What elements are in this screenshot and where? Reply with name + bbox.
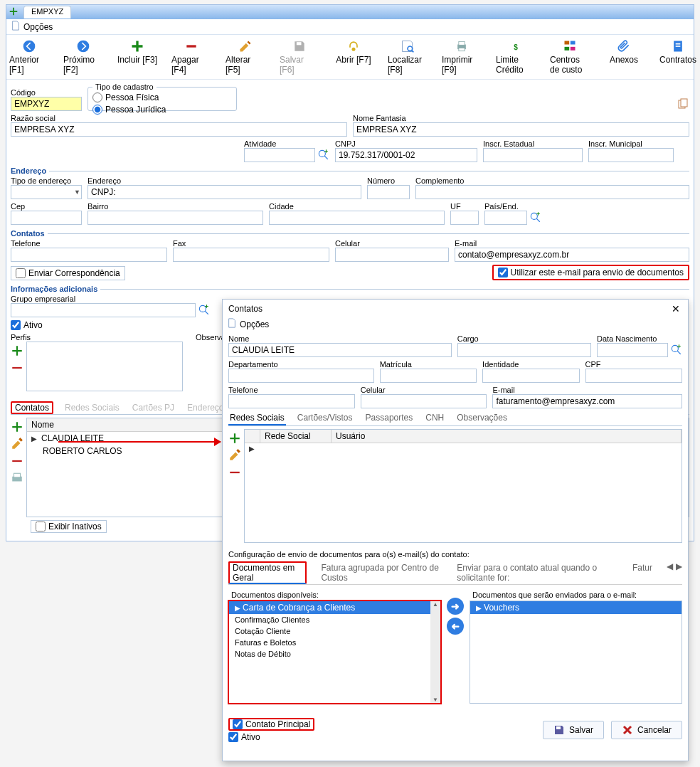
- exibir-inativos-checkbox[interactable]: [36, 522, 46, 531]
- cel-input[interactable]: [335, 248, 449, 262]
- inscr-est-input[interactable]: [483, 148, 583, 162]
- perfis-remove-icon[interactable]: [11, 361, 23, 374]
- toolbar-centros[interactable]: Centros de custo: [550, 39, 590, 75]
- cidade-input[interactable]: [269, 211, 445, 225]
- modal-matricula-input[interactable]: [380, 369, 477, 383]
- modal-tab-redes[interactable]: Redes Sociais: [228, 411, 286, 425]
- toolbar-incluir[interactable]: Incluir [F3]: [117, 39, 157, 75]
- perfis-add-icon[interactable]: [11, 344, 23, 357]
- cep-input[interactable]: [11, 211, 82, 225]
- modal-tab-cnh[interactable]: CNH: [424, 411, 445, 425]
- contact-edit-icon[interactable]: [11, 438, 23, 450]
- modal-datanasc-picker-icon[interactable]: [669, 343, 682, 357]
- pais-input[interactable]: [484, 211, 527, 225]
- modal-identidade-input[interactable]: [482, 369, 579, 383]
- codigo-input[interactable]: [11, 97, 82, 111]
- redes-remove-icon[interactable]: [228, 466, 241, 479]
- grupo-picker-icon[interactable]: [197, 303, 210, 317]
- tel-input[interactable]: [11, 248, 167, 262]
- modal-datanasc-input[interactable]: [597, 343, 668, 357]
- col-usuario[interactable]: Usuário: [332, 430, 682, 443]
- razao-input[interactable]: [11, 122, 347, 137]
- modal-depto-input[interactable]: [228, 369, 374, 383]
- ativo-main-checkbox[interactable]: [11, 320, 21, 330]
- cancelar-button[interactable]: Cancelar: [611, 721, 682, 739]
- toolbar-alterar[interactable]: Alterar [F5]: [226, 39, 265, 75]
- list-item[interactable]: ▶ Vouchers: [470, 601, 682, 614]
- inscr-mun-input[interactable]: [588, 148, 674, 162]
- move-left-button[interactable]: ➜: [447, 618, 464, 635]
- modal-tab-passaportes[interactable]: Passaportes: [364, 411, 415, 425]
- redes-grid[interactable]: Rede Social Usuário ▶: [244, 429, 682, 543]
- modal-cel-input[interactable]: [361, 394, 487, 408]
- modal-tel-input[interactable]: [228, 394, 355, 408]
- modal-ativo-check[interactable]: Ativo: [228, 732, 314, 742]
- tipo-end-select[interactable]: [11, 185, 82, 199]
- complemento-input[interactable]: [415, 185, 689, 199]
- toolbar-contratos[interactable]: Contratos: [658, 39, 698, 75]
- bairro-input[interactable]: [88, 211, 263, 225]
- doc-tab-enviar[interactable]: Enviar para o contato atual quando o sol…: [455, 561, 618, 584]
- modal-options-menu[interactable]: Opções: [240, 319, 269, 329]
- atividade-input[interactable]: [244, 148, 315, 162]
- atividade-picker-icon[interactable]: [317, 148, 329, 162]
- list-item[interactable]: ▶ Carta de Cobrança a Clientes: [229, 601, 430, 614]
- modal-ativo-checkbox[interactable]: [228, 732, 238, 742]
- list-item[interactable]: Faturas e Boletos: [229, 637, 430, 648]
- doc-tab-fatur[interactable]: Fatur: [631, 561, 654, 584]
- uf-input[interactable]: [450, 211, 479, 225]
- doc-tab-geral[interactable]: Documentos em Geral: [228, 561, 307, 584]
- modal-cargo-input[interactable]: [457, 343, 591, 357]
- list-item[interactable]: Notas de Débito: [229, 648, 430, 660]
- fax-input[interactable]: [173, 248, 329, 262]
- toolbar-anexos[interactable]: Anexos: [604, 39, 644, 75]
- grupo-input[interactable]: [11, 303, 196, 317]
- radio-pessoa-juridica[interactable]: [92, 105, 102, 115]
- contact-remove-icon[interactable]: [11, 455, 23, 467]
- pais-picker-icon[interactable]: [529, 211, 541, 225]
- toolbar-anterior[interactable]: Anterior [F1]: [9, 39, 49, 75]
- toolbar-imprimir[interactable]: Imprimir [F9]: [442, 39, 482, 75]
- options-menu[interactable]: Opções: [23, 22, 53, 32]
- copy-icon[interactable]: [677, 98, 689, 111]
- redes-edit-icon[interactable]: [228, 449, 241, 462]
- contact-add-icon[interactable]: [11, 420, 23, 433]
- toolbar-apagar[interactable]: Apagar [F4]: [171, 39, 211, 75]
- col-rede-social[interactable]: Rede Social: [260, 430, 332, 443]
- fantasia-input[interactable]: [353, 122, 689, 137]
- perfis-list[interactable]: [26, 342, 183, 391]
- toolbar-proximo[interactable]: Próximo [F2]: [63, 39, 103, 75]
- modal-email-input[interactable]: [492, 394, 682, 408]
- list-item[interactable]: Cotação Cliente: [229, 625, 430, 637]
- enviar-corr-check[interactable]: Enviar Correspondência: [11, 266, 125, 280]
- active-tab[interactable]: EMPXYZ: [23, 6, 71, 18]
- add-tab-icon[interactable]: [6, 6, 21, 18]
- toolbar-localizar[interactable]: Localizar [F8]: [388, 39, 428, 75]
- salvar-button[interactable]: Salvar: [543, 721, 604, 739]
- endereco-input[interactable]: [88, 185, 361, 199]
- email-input[interactable]: [455, 248, 689, 262]
- radio-pessoa-fisica[interactable]: [92, 92, 102, 102]
- contato-principal-check[interactable]: Contato Principal: [228, 718, 314, 731]
- scroll-up-icon[interactable]: ▲: [433, 601, 438, 608]
- scroll-down-icon[interactable]: ▼: [433, 697, 438, 703]
- enviar-corr-checkbox[interactable]: [16, 268, 26, 278]
- modal-cpf-input[interactable]: [585, 369, 682, 383]
- numero-input[interactable]: [367, 185, 410, 199]
- documentos-disponiveis-list[interactable]: ▶ Carta de Cobrança a Clientes Confirmaç…: [228, 601, 441, 704]
- table-row[interactable]: ▶: [245, 443, 682, 454]
- doc-tab-fatura[interactable]: Fatura agrupada por Centro de Custos: [319, 561, 442, 584]
- modal-tab-obs[interactable]: Observações: [455, 411, 509, 425]
- inner-tab-redes[interactable]: Redes Sociais: [63, 401, 121, 414]
- scrollbar[interactable]: ▲▼: [430, 601, 440, 703]
- tabs-scroll-right-icon[interactable]: ▶: [676, 561, 682, 584]
- redes-add-icon[interactable]: [228, 432, 241, 445]
- inner-tab-contatos[interactable]: Contatos: [11, 401, 53, 414]
- use-email-check[interactable]: Utilizar este e-mail para envio de docum…: [492, 265, 689, 280]
- list-item[interactable]: Confirmação Clientes: [229, 614, 430, 625]
- contact-print-icon[interactable]: [11, 472, 23, 485]
- cnpj-input[interactable]: [335, 148, 477, 162]
- modal-tab-cartoes[interactable]: Cartões/Vistos: [296, 411, 354, 425]
- toolbar-limite[interactable]: $ Limite Crédito: [496, 39, 536, 75]
- documentos-enviados-list[interactable]: ▶ Vouchers: [470, 601, 682, 704]
